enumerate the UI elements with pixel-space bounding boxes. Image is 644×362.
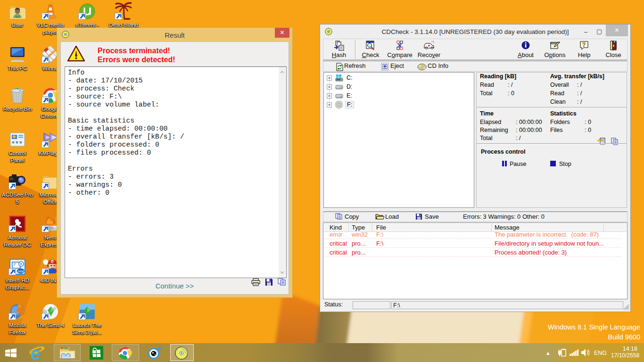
svg-text:?: ? [582, 41, 586, 48]
svg-text:M: M [51, 260, 54, 263]
svg-text:e: e [31, 345, 41, 361]
svg-text:intel: intel [18, 270, 24, 273]
